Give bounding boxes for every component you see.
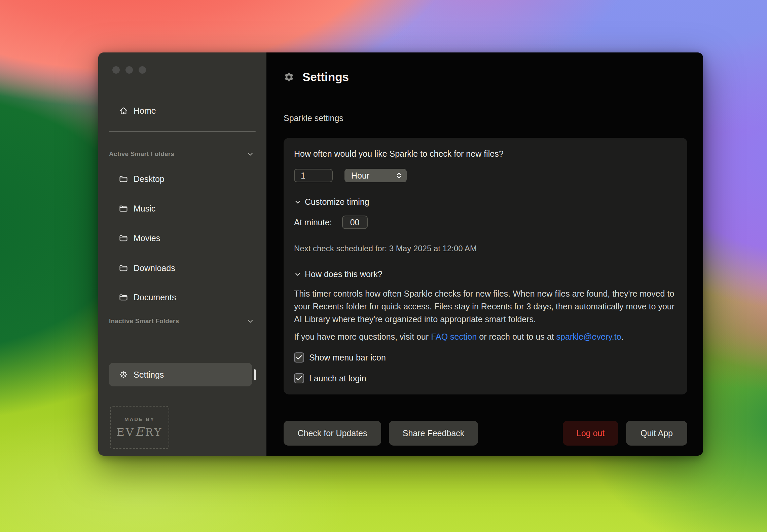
sidebar-item-movies[interactable]: Movies bbox=[119, 230, 160, 246]
more-questions-line: If you have more questions, visit our FA… bbox=[294, 330, 677, 343]
settings-card: How often would you like Sparkle to chec… bbox=[284, 138, 687, 394]
sidebar-item-label: Movies bbox=[134, 233, 160, 243]
stamp-made-by: MADE BY bbox=[124, 416, 155, 422]
sidebar-item-label: Documents bbox=[134, 293, 176, 302]
folder-icon bbox=[119, 293, 128, 302]
stamp-brand: EVERY bbox=[117, 425, 163, 439]
section-title: Sparkle settings bbox=[284, 113, 703, 123]
email-link[interactable]: sparkle@every.to bbox=[556, 332, 621, 341]
minute-row: At minute: bbox=[294, 216, 677, 229]
how-it-works-paragraph: This timer controls how often Sparkle ch… bbox=[294, 287, 677, 326]
unit-select-value: Hour bbox=[351, 171, 369, 181]
chevron-down-icon bbox=[294, 198, 301, 206]
customize-timing-label: Customize timing bbox=[305, 197, 369, 207]
folder-icon bbox=[119, 233, 128, 243]
footer-actions: Check for Updates Share Feedback Log out… bbox=[284, 421, 687, 446]
unit-select[interactable]: Hour bbox=[344, 169, 407, 182]
sidebar-item-home[interactable]: Home bbox=[119, 102, 156, 119]
sidebar-scrollbar[interactable] bbox=[254, 369, 256, 380]
app-window: Home Active Smart Folders Desktop Music … bbox=[98, 52, 703, 456]
chevron-down-icon[interactable] bbox=[246, 150, 254, 158]
gear-icon bbox=[284, 72, 294, 82]
active-smart-folders-header: Active Smart Folders bbox=[109, 149, 174, 159]
folder-icon bbox=[119, 263, 128, 273]
sidebar-divider bbox=[109, 131, 256, 132]
page-title: Settings bbox=[302, 70, 349, 84]
interval-input[interactable] bbox=[294, 169, 333, 182]
select-chevrons-icon bbox=[395, 171, 403, 180]
launch-at-login-checkbox[interactable] bbox=[294, 373, 304, 383]
sidebar-item-label: Desktop bbox=[134, 174, 165, 184]
chevron-down-icon[interactable] bbox=[246, 317, 254, 325]
sidebar-item-desktop[interactable]: Desktop bbox=[119, 170, 165, 187]
minute-input[interactable] bbox=[342, 216, 368, 229]
sidebar-item-label: Downloads bbox=[134, 263, 175, 273]
folder-icon bbox=[119, 204, 128, 213]
check-for-updates-button[interactable]: Check for Updates bbox=[284, 421, 381, 446]
quit-app-button[interactable]: Quit App bbox=[626, 421, 687, 446]
how-it-works-label: How does this work? bbox=[305, 269, 382, 279]
sidebar-item-label: Music bbox=[134, 204, 155, 214]
inactive-smart-folders-header: Inactive Smart Folders bbox=[109, 316, 179, 326]
home-icon bbox=[119, 106, 128, 115]
next-check-text: Next check scheduled for: 3 May 2025 at … bbox=[294, 244, 677, 253]
sidebar-item-music[interactable]: Music bbox=[119, 200, 155, 217]
minimize-button[interactable] bbox=[125, 66, 133, 74]
frequency-controls: Hour bbox=[294, 169, 677, 182]
frequency-question: How often would you like Sparkle to chec… bbox=[294, 138, 677, 159]
checkbox-label: Show menu bar icon bbox=[309, 353, 386, 363]
at-minute-label: At minute: bbox=[294, 218, 332, 227]
sidebar-item-label: Home bbox=[134, 106, 156, 116]
launch-at-login-option: Launch at login bbox=[294, 373, 677, 383]
log-out-button[interactable]: Log out bbox=[563, 421, 618, 446]
menu-bar-icon-checkbox[interactable] bbox=[294, 352, 304, 363]
sidebar-item-documents[interactable]: Documents bbox=[119, 289, 176, 306]
traffic-lights bbox=[112, 66, 146, 74]
main-panel: Settings Sparkle settings How often woul… bbox=[266, 52, 703, 456]
checkmark-icon bbox=[295, 375, 303, 382]
close-button[interactable] bbox=[112, 66, 120, 74]
zoom-button[interactable] bbox=[139, 66, 146, 74]
gear-icon bbox=[119, 370, 128, 379]
sidebar-item-downloads[interactable]: Downloads bbox=[119, 260, 175, 276]
checkbox-label: Launch at login bbox=[309, 374, 366, 383]
checkmark-icon bbox=[295, 354, 303, 361]
sidebar-item-label: Settings bbox=[134, 370, 164, 380]
menu-bar-icon-option: Show menu bar icon bbox=[294, 352, 677, 363]
faq-link[interactable]: FAQ section bbox=[431, 332, 477, 341]
page-header: Settings bbox=[284, 69, 703, 85]
share-feedback-button[interactable]: Share Feedback bbox=[389, 421, 478, 446]
folder-icon bbox=[119, 174, 128, 184]
sidebar-item-settings[interactable]: Settings bbox=[109, 363, 252, 386]
stamp-script-e: E bbox=[135, 425, 145, 439]
chevron-down-icon bbox=[294, 271, 301, 278]
how-it-works-toggle[interactable]: How does this work? bbox=[294, 269, 677, 279]
sidebar: Home Active Smart Folders Desktop Music … bbox=[98, 52, 266, 456]
made-by-every-stamp: MADE BY EVERY bbox=[110, 406, 169, 449]
customize-timing-toggle[interactable]: Customize timing bbox=[294, 197, 677, 207]
